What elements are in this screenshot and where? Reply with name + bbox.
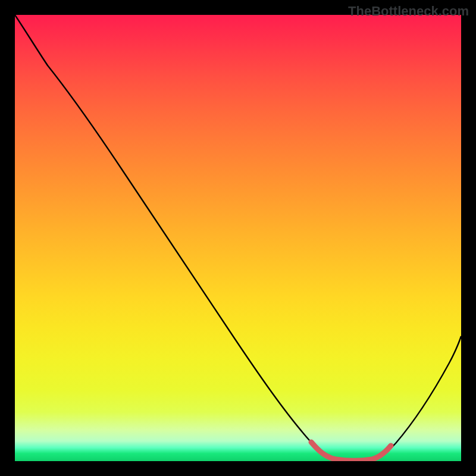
optimal-range-marker — [15, 15, 461, 461]
optimal-marker-path — [311, 442, 391, 461]
watermark-text: TheBottleneck.com — [348, 4, 469, 19]
plot-area — [15, 15, 461, 461]
